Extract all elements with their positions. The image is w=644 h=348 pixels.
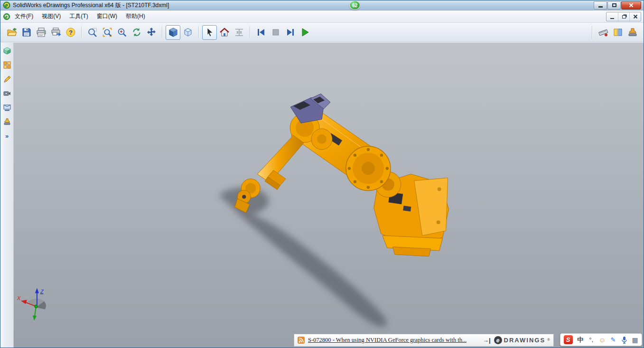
minimize-icon bbox=[598, 6, 603, 8]
toolbar-separator bbox=[250, 26, 250, 38]
maximize-icon bbox=[612, 3, 616, 7]
tab-components[interactable] bbox=[1, 59, 13, 70]
handwriting-pen-icon[interactable]: ✎ bbox=[610, 336, 616, 343]
open-folder-icon bbox=[7, 27, 17, 38]
svg-text:?: ? bbox=[69, 29, 73, 36]
menu-view[interactable]: 视图(V) bbox=[37, 10, 65, 22]
tab-3d-views[interactable] bbox=[1, 102, 13, 113]
triad-x-label: X bbox=[17, 295, 21, 301]
toolbar-separator bbox=[81, 26, 82, 38]
tab-animation[interactable] bbox=[1, 88, 13, 99]
options-book-icon bbox=[613, 27, 623, 38]
menu-help[interactable]: 帮助(H) bbox=[121, 10, 149, 22]
previous-icon bbox=[256, 27, 266, 38]
toolbar-separator bbox=[162, 26, 162, 38]
zoom-window-button[interactable] bbox=[85, 25, 100, 40]
child-close-button[interactable] bbox=[629, 12, 641, 21]
pan-button[interactable] bbox=[144, 25, 159, 40]
rotate-button[interactable] bbox=[129, 25, 144, 40]
keyboard-icon[interactable]: ▦ bbox=[632, 336, 638, 344]
send-icon bbox=[51, 27, 61, 38]
shaded-with-edges-button[interactable] bbox=[180, 25, 195, 40]
play-button[interactable] bbox=[298, 25, 312, 40]
maximize-button[interactable] bbox=[607, 1, 621, 9]
edrawings-e-mark: e bbox=[494, 336, 502, 344]
next-view-button[interactable] bbox=[283, 25, 298, 40]
shaded-cube-icon bbox=[168, 27, 178, 38]
measure-button-disabled[interactable] bbox=[232, 25, 246, 40]
previous-view-button[interactable] bbox=[253, 25, 268, 40]
zoom-window-icon bbox=[87, 27, 98, 38]
child-window-controls bbox=[606, 12, 641, 21]
badge-count: 62 bbox=[352, 3, 357, 8]
news-link[interactable]: S-072800 - When using NVIDIA GeForce gra… bbox=[308, 337, 467, 344]
titlebar: SolidWorks eDrawings Professional x64 版 … bbox=[0, 0, 644, 10]
home-icon bbox=[219, 27, 230, 38]
tab-stamps[interactable] bbox=[1, 116, 13, 127]
save-floppy-icon bbox=[21, 27, 32, 38]
save-button[interactable] bbox=[19, 25, 34, 40]
document-icon bbox=[3, 13, 10, 20]
menu-tools[interactable]: 工具(T) bbox=[65, 10, 92, 22]
zoom-icon bbox=[117, 27, 127, 38]
edrawings-wordmark: DRAWINGS bbox=[504, 337, 546, 344]
orientation-triad: Z X bbox=[17, 288, 46, 321]
rss-icon bbox=[298, 337, 305, 344]
ime-punctuation-toggle[interactable]: °, bbox=[588, 336, 595, 343]
menubar: 文件(F) 视图(V) 工具(T) 窗口(W) 帮助(H) bbox=[0, 10, 644, 23]
shaded-edges-cube-icon bbox=[183, 27, 193, 38]
ime-language-toggle[interactable]: 中 bbox=[577, 336, 584, 344]
help-button[interactable]: ? bbox=[63, 25, 78, 40]
view-orientation-icon bbox=[3, 47, 11, 55]
minimize-button[interactable] bbox=[594, 1, 607, 9]
microphone-icon[interactable] bbox=[621, 336, 627, 344]
open-button[interactable] bbox=[4, 25, 19, 40]
expand-panel-button[interactable]: » bbox=[1, 131, 13, 141]
home-view-button[interactable] bbox=[217, 25, 232, 40]
toolbar-separator bbox=[592, 26, 592, 38]
stop-icon bbox=[271, 27, 281, 38]
sogou-logo-icon[interactable]: S bbox=[564, 335, 573, 344]
measure-icon bbox=[234, 27, 244, 38]
collapse-banner-button[interactable]: →| bbox=[483, 337, 491, 344]
app-icon bbox=[3, 1, 10, 9]
stamp-tool-button[interactable] bbox=[625, 25, 640, 40]
zoom-button[interactable] bbox=[114, 25, 129, 40]
pan-icon bbox=[146, 27, 157, 38]
overlay-count-badge[interactable]: 62 bbox=[349, 0, 360, 10]
stop-button[interactable] bbox=[268, 25, 283, 40]
markup-pencil-icon bbox=[3, 75, 11, 84]
viewport-canvas[interactable]: Z X bbox=[14, 43, 644, 348]
stamps-icon bbox=[3, 118, 11, 126]
measure-tool-button[interactable] bbox=[596, 25, 610, 40]
print-button[interactable] bbox=[34, 25, 48, 40]
zoom-to-fit-button[interactable] bbox=[100, 25, 114, 40]
triad-z-label: Z bbox=[40, 289, 44, 294]
select-button[interactable] bbox=[202, 25, 217, 40]
tab-view-orientation[interactable] bbox=[1, 45, 13, 56]
options-button[interactable] bbox=[610, 25, 625, 40]
child-restore-button[interactable] bbox=[618, 12, 629, 21]
emoji-icon[interactable]: ☺ bbox=[599, 336, 606, 344]
child-minimize-button[interactable] bbox=[607, 12, 618, 21]
shaded-view-button[interactable] bbox=[166, 25, 180, 40]
edrawings-logo: e DRAWINGS ® bbox=[494, 336, 550, 344]
send-button[interactable] bbox=[48, 25, 63, 40]
news-banner: S-072800 - When using NVIDIA GeForce gra… bbox=[294, 334, 554, 347]
close-icon bbox=[628, 2, 634, 8]
window-title: SolidWorks eDrawings Professional x64 版 … bbox=[13, 1, 169, 9]
tab-markup[interactable] bbox=[1, 74, 13, 85]
ime-toolbar: S 中 °, ☺ ✎ ▦ bbox=[560, 333, 642, 346]
menu-file[interactable]: 文件(F) bbox=[10, 10, 37, 22]
menu-window[interactable]: 窗口(W) bbox=[93, 10, 121, 22]
next-icon bbox=[285, 27, 296, 38]
window-controls bbox=[594, 1, 641, 9]
play-icon bbox=[300, 27, 310, 38]
3d-scene: Z X bbox=[14, 43, 644, 348]
rotate-icon bbox=[131, 27, 142, 38]
child-close-icon bbox=[633, 14, 638, 19]
close-button[interactable] bbox=[621, 1, 641, 9]
views-icon bbox=[3, 103, 11, 112]
help-icon: ? bbox=[65, 27, 76, 38]
zoom-to-fit-icon bbox=[102, 27, 112, 38]
